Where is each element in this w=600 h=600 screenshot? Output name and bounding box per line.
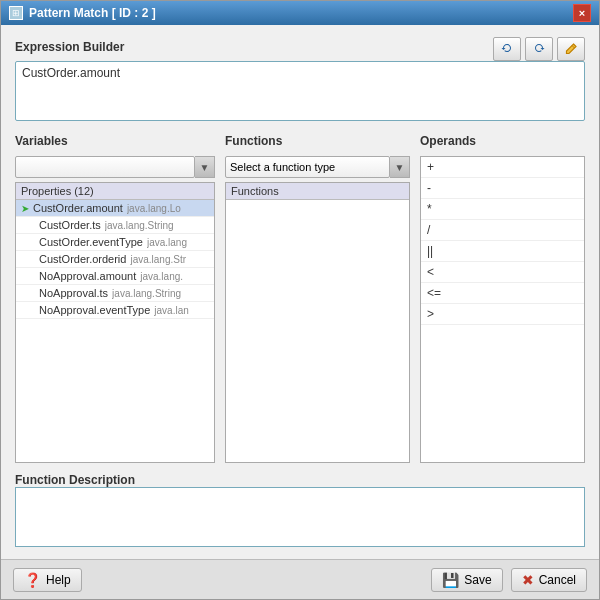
help-label: Help (46, 573, 71, 587)
save-button[interactable]: 💾 Save (431, 568, 502, 592)
variable-type: java.lan (154, 305, 188, 316)
variable-name: NoApproval.eventType (39, 304, 150, 316)
operands-label: Operands (420, 134, 585, 148)
expression-header: Expression Builder (15, 37, 585, 61)
footer: ❓ Help 💾 Save ✖ Cancel (1, 559, 599, 599)
functions-column: Functions Select a function type ▼ Funct… (225, 134, 410, 463)
variables-column: Variables ▼ Properties (12) ➤CustOrder.a… (15, 134, 215, 463)
cancel-label: Cancel (539, 573, 576, 587)
variable-name: CustOrder.orderid (39, 253, 126, 265)
variable-name: NoApproval.amount (39, 270, 136, 282)
variables-list: Properties (12) ➤CustOrder.amountjava.la… (15, 182, 215, 463)
three-columns: Variables ▼ Properties (12) ➤CustOrder.a… (15, 134, 585, 463)
save-icon: 💾 (442, 572, 459, 588)
main-content: Expression Builder (1, 25, 599, 559)
variables-list-header: Properties (12) (16, 183, 214, 200)
list-item[interactable]: ➤CustOrder.amountjava.lang.Lo (16, 200, 214, 217)
operands-column: Operands +-*/||<<=> (420, 134, 585, 463)
operand-item[interactable]: > (421, 304, 584, 325)
edit-button[interactable] (557, 37, 585, 61)
functions-label: Functions (225, 134, 410, 148)
functions-dropdown-arrow[interactable]: ▼ (390, 156, 410, 178)
variable-name: NoApproval.ts (39, 287, 108, 299)
save-label: Save (464, 573, 491, 587)
variable-name: CustOrder.ts (39, 219, 101, 231)
operand-item[interactable]: <= (421, 283, 584, 304)
operand-item[interactable]: - (421, 178, 584, 199)
variables-dropdown-arrow[interactable]: ▼ (195, 156, 215, 178)
variable-type: java.lang.Str (130, 254, 186, 265)
expression-input[interactable]: CustOrder.amount (15, 61, 585, 121)
operand-item[interactable]: / (421, 220, 584, 241)
functions-dropdown[interactable]: Select a function type (225, 156, 390, 178)
list-item[interactable]: NoApproval.tsjava.lang.String (16, 285, 214, 302)
variable-type: java.lang.String (112, 288, 181, 299)
functions-dropdown-row: Select a function type ▼ (225, 156, 410, 178)
list-item[interactable]: CustOrder.tsjava.lang.String (16, 217, 214, 234)
function-description-label: Function Description (15, 473, 135, 487)
help-button[interactable]: ❓ Help (13, 568, 82, 592)
variable-type: java.lang.String (105, 220, 174, 231)
function-description-section: Function Description (15, 473, 585, 547)
expression-builder-section: Expression Builder (15, 37, 585, 124)
variables-dropdown-row: ▼ (15, 156, 215, 178)
variable-name: CustOrder.eventType (39, 236, 143, 248)
window-title: Pattern Match [ ID : 2 ] (29, 6, 156, 20)
list-item[interactable]: CustOrder.orderidjava.lang.Str (16, 251, 214, 268)
cancel-icon: ✖ (522, 572, 534, 588)
function-description-box (15, 487, 585, 547)
variable-name: CustOrder.amount (33, 202, 123, 214)
variables-label: Variables (15, 134, 215, 148)
variable-type: java.lang (147, 237, 187, 248)
title-bar: ⊞ Pattern Match [ ID : 2 ] × (1, 1, 599, 25)
operand-item[interactable]: + (421, 157, 584, 178)
list-item[interactable]: CustOrder.eventTypejava.lang (16, 234, 214, 251)
footer-right-buttons: 💾 Save ✖ Cancel (431, 568, 587, 592)
functions-list-header: Functions (226, 183, 409, 200)
variable-type: java.lang.Lo (127, 203, 181, 214)
operand-item[interactable]: * (421, 199, 584, 220)
selected-arrow-icon: ➤ (21, 203, 29, 214)
variable-type: java.lang. (140, 271, 183, 282)
variables-dropdown[interactable] (15, 156, 195, 178)
operand-item[interactable]: < (421, 262, 584, 283)
redo-button[interactable] (525, 37, 553, 61)
list-item[interactable]: NoApproval.eventTypejava.lan (16, 302, 214, 319)
main-window: ⊞ Pattern Match [ ID : 2 ] × Expression … (0, 0, 600, 600)
expression-buttons (493, 37, 585, 61)
operand-item[interactable]: || (421, 241, 584, 262)
operands-list: +-*/||<<=> (420, 156, 585, 463)
help-icon: ❓ (24, 572, 41, 588)
close-button[interactable]: × (573, 4, 591, 22)
list-item[interactable]: NoApproval.amountjava.lang. (16, 268, 214, 285)
expression-builder-label: Expression Builder (15, 40, 124, 54)
title-bar-left: ⊞ Pattern Match [ ID : 2 ] (9, 6, 156, 20)
window-icon: ⊞ (9, 6, 23, 20)
refresh-button[interactable] (493, 37, 521, 61)
functions-list: Functions (225, 182, 410, 463)
cancel-button[interactable]: ✖ Cancel (511, 568, 587, 592)
